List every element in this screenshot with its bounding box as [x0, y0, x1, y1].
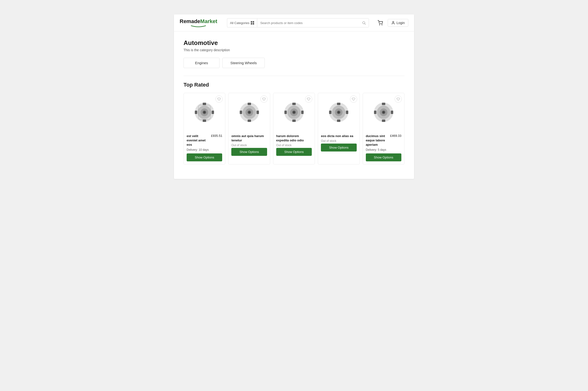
- svg-rect-37: [329, 111, 331, 114]
- logo-market-text: Market: [200, 18, 217, 24]
- svg-point-41: [337, 111, 340, 113]
- category-selector-label: All Categories: [230, 21, 250, 25]
- product-name: eos dicta non alias ea: [321, 134, 356, 138]
- page-title: Automotive: [184, 39, 404, 47]
- heart-icon: [396, 98, 400, 101]
- svg-rect-11: [203, 103, 206, 105]
- cart-icon: [378, 20, 383, 25]
- wishlist-button[interactable]: [215, 96, 223, 103]
- product-image-area: [184, 93, 225, 131]
- top-rated-title: Top Rated: [184, 82, 404, 88]
- svg-rect-38: [346, 111, 348, 114]
- wishlist-button[interactable]: [350, 96, 357, 103]
- product-image-area: [273, 93, 315, 131]
- main-content: Automotive This is the category descript…: [174, 31, 414, 179]
- svg-rect-31: [292, 119, 296, 122]
- product-card: ducimus sint eaque labore aperiam £469.3…: [363, 93, 404, 165]
- product-card-body: est velit eveniet amet eos £935.51 Deliv…: [184, 131, 225, 164]
- product-price: £469.33: [390, 134, 401, 138]
- wishlist-button[interactable]: [260, 96, 267, 103]
- product-header-row: ducimus sint eaque labore aperiam £469.3…: [366, 134, 401, 147]
- product-name: ducimus sint eaque labore aperiam: [366, 134, 389, 147]
- svg-rect-9: [195, 111, 197, 114]
- product-header-row: est velit eveniet amet eos £935.51: [187, 134, 222, 147]
- svg-line-1: [365, 24, 366, 24]
- product-card: est velit eveniet amet eos £935.51 Deliv…: [184, 93, 225, 165]
- product-header-row: eos dicta non alias ea: [321, 134, 356, 138]
- svg-rect-12: [203, 119, 206, 122]
- wishlist-button[interactable]: [395, 96, 402, 103]
- search-icon: [362, 21, 366, 25]
- svg-point-23: [248, 111, 251, 113]
- heart-icon: [217, 98, 221, 101]
- svg-rect-30: [292, 103, 296, 105]
- svg-rect-21: [248, 103, 251, 105]
- product-status: Out of stock: [276, 144, 312, 147]
- svg-rect-20: [257, 111, 259, 114]
- heart-icon: [352, 98, 355, 101]
- product-card-body: eos dicta non alias ea Out of stock Show…: [318, 131, 359, 164]
- product-image-area: [363, 93, 404, 131]
- show-options-button[interactable]: Show Options: [187, 153, 222, 161]
- show-options-button[interactable]: Show Options: [231, 148, 267, 156]
- product-header-row: harum dolorem expedita odio odio: [276, 134, 312, 143]
- svg-rect-48: [382, 103, 385, 105]
- category-selector[interactable]: All Categories: [227, 18, 257, 27]
- search-box: [257, 18, 369, 27]
- logo-arc-icon: [191, 25, 206, 27]
- search-area: All Categories: [227, 18, 369, 27]
- grid-icon: [251, 21, 254, 24]
- category-description: This is the category description: [184, 48, 404, 52]
- product-image: [326, 99, 352, 125]
- product-card: harum dolorem expedita odio odio Out of …: [273, 93, 315, 165]
- svg-rect-22: [248, 119, 251, 122]
- login-button[interactable]: Login: [388, 19, 408, 27]
- search-button[interactable]: [362, 21, 366, 25]
- svg-point-50: [382, 111, 385, 113]
- logo-remade-text: Remade: [180, 18, 200, 24]
- show-options-button[interactable]: Show Options: [276, 148, 312, 156]
- product-image: [370, 99, 397, 125]
- login-label: Login: [396, 21, 405, 25]
- search-input[interactable]: [260, 21, 362, 25]
- product-card: omnis aut quia harum tenetur Out of stoc…: [228, 93, 270, 165]
- svg-rect-19: [240, 111, 242, 114]
- logo: RemadeMarket: [180, 18, 217, 27]
- product-name: omnis aut quia harum tenetur: [231, 134, 267, 143]
- product-card: eos dicta non alias ea Out of stock Show…: [318, 93, 360, 165]
- tab-engines[interactable]: Engines: [184, 58, 220, 68]
- heart-icon: [262, 98, 266, 101]
- product-name: est velit eveniet amet eos: [187, 134, 209, 147]
- product-delivery: Delivery: 10 days: [187, 148, 222, 152]
- product-image-area: [318, 93, 359, 131]
- product-header-row: omnis aut quia harum tenetur: [231, 134, 267, 143]
- subcategory-tabs: Engines Steering Wheels: [184, 58, 404, 68]
- svg-rect-28: [284, 111, 287, 114]
- svg-rect-46: [374, 111, 376, 114]
- product-name: harum dolorem expedita odio odio: [276, 134, 312, 143]
- show-options-button[interactable]: Show Options: [321, 144, 356, 152]
- show-options-button[interactable]: Show Options: [366, 153, 401, 161]
- product-delivery: Delivery: 5 days: [366, 148, 401, 152]
- svg-rect-39: [337, 103, 340, 105]
- product-card-body: omnis aut quia harum tenetur Out of stoc…: [228, 131, 270, 164]
- svg-rect-10: [212, 111, 214, 114]
- product-image-area: [228, 93, 270, 131]
- svg-rect-40: [337, 119, 340, 122]
- header-actions: Login: [377, 19, 408, 27]
- svg-rect-47: [391, 111, 393, 114]
- svg-point-32: [293, 111, 295, 113]
- wishlist-button[interactable]: [305, 96, 312, 103]
- svg-point-4: [392, 21, 394, 23]
- product-image: [236, 99, 262, 125]
- svg-point-13: [203, 111, 206, 113]
- products-grid: est velit eveniet amet eos £935.51 Deliv…: [184, 93, 404, 165]
- cart-button[interactable]: [377, 19, 384, 26]
- product-price: £935.51: [211, 134, 222, 138]
- product-card-body: harum dolorem expedita odio odio Out of …: [273, 131, 315, 164]
- tab-steering-wheels[interactable]: Steering Wheels: [222, 58, 265, 68]
- header: RemadeMarket All Categories: [174, 14, 414, 31]
- svg-rect-29: [301, 111, 304, 114]
- product-status: Out of stock: [321, 139, 356, 143]
- page-wrapper: RemadeMarket All Categories: [174, 14, 414, 179]
